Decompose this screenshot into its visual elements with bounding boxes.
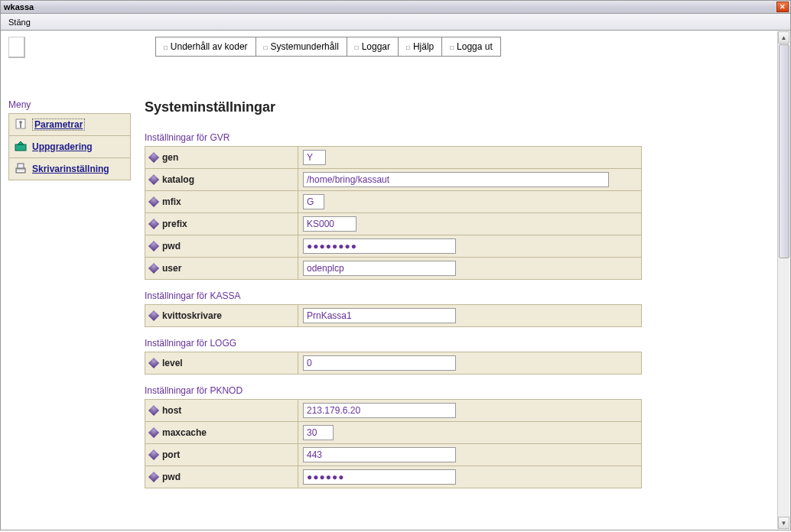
pwd-input[interactable] [303, 469, 456, 485]
sidebar-item-skrivarinställning[interactable]: Skrivarinställning [8, 158, 131, 180]
value-cell [298, 444, 642, 466]
form-table: kvittoskrivare [145, 304, 642, 327]
value-cell [298, 352, 642, 375]
diamond-icon [148, 263, 159, 274]
table-row: host [145, 400, 642, 422]
bullet-icon: □ [450, 44, 454, 51]
value-cell [298, 147, 642, 169]
topnav-label: Loggar [362, 41, 390, 52]
sidebar-item-uppgradering[interactable]: Uppgradering [8, 136, 131, 158]
bullet-icon: □ [164, 44, 168, 51]
katalog-input[interactable] [303, 172, 609, 187]
field-label: port [162, 449, 180, 460]
topnav-item-4[interactable]: □Logga ut [442, 37, 501, 57]
close-icon[interactable]: ✕ [776, 2, 789, 12]
sidebar-item-parametrar[interactable]: Parametrar [8, 113, 131, 136]
svg-rect-5 [18, 164, 24, 168]
diamond-icon [148, 241, 159, 251]
field-label: level [162, 358, 183, 368]
diamond-icon [148, 310, 159, 321]
table-row: katalog [145, 169, 642, 191]
titlebar: wkassa ✕ [0, 0, 791, 14]
diamond-icon [148, 219, 159, 229]
page: Systeminställningar Inställningar för GV… [145, 99, 786, 488]
value-cell [298, 235, 642, 258]
prefix-input[interactable] [303, 216, 356, 232]
svg-rect-6 [17, 170, 24, 172]
sidebar-icon [14, 118, 28, 131]
value-cell [298, 258, 642, 280]
diamond-icon [148, 427, 159, 438]
label-cell: kvittoskrivare [145, 305, 298, 327]
sidebar-item-label: Parametrar [32, 118, 85, 131]
topnav-item-2[interactable]: □Loggar [347, 37, 398, 57]
table-row: port [145, 444, 642, 466]
field-label: pwd [162, 472, 181, 482]
top-strip: □Underhåll av koder□Systemunderhåll□Logg… [1, 31, 790, 58]
sidebar: Meny ParametrarUppgraderingSkrivarinstäl… [8, 99, 131, 180]
table-row: pwd [145, 235, 642, 258]
field-label: prefix [162, 219, 187, 229]
level-input[interactable] [303, 355, 456, 371]
top-nav: □Underhåll av koder□Systemunderhåll□Logg… [155, 37, 501, 57]
field-label: kvittoskrivare [162, 310, 222, 321]
sidebar-icon [14, 140, 28, 154]
topnav-label: Systemunderhåll [270, 41, 338, 52]
page-title: Systeminställningar [145, 99, 786, 115]
sidebar-title: Meny [8, 99, 131, 110]
label-cell: gen [145, 147, 298, 169]
window-title: wkassa [4, 2, 34, 11]
scrollbar[interactable]: ▲ ▼ [777, 31, 789, 529]
diamond-icon [148, 196, 159, 207]
gen-input[interactable] [303, 150, 326, 165]
port-input[interactable] [303, 447, 456, 462]
svg-rect-3 [15, 144, 26, 151]
section-title: Inställningar för LOGG [145, 338, 786, 349]
topnav-label: Logga ut [457, 41, 493, 52]
table-row: prefix [145, 213, 642, 235]
section-title: Inställningar för KASSA [145, 290, 786, 301]
mfix-input[interactable] [303, 194, 324, 209]
table-row: level [145, 352, 642, 375]
diamond-icon [148, 358, 159, 368]
label-cell: maxcache [145, 422, 298, 444]
table-row: kvittoskrivare [145, 305, 642, 327]
menu-close[interactable]: Stäng [4, 16, 35, 28]
field-label: katalog [162, 174, 194, 185]
topnav-label: Underhåll av koder [171, 41, 248, 52]
table-row: mfix [145, 191, 642, 213]
field-label: pwd [162, 241, 181, 251]
value-cell [298, 213, 642, 235]
field-label: gen [162, 152, 178, 163]
scroll-thumb[interactable] [779, 44, 789, 258]
host-input[interactable] [303, 403, 456, 418]
scroll-up-icon[interactable]: ▲ [778, 31, 789, 44]
sidebar-item-label: Uppgradering [32, 141, 93, 152]
bullet-icon: □ [355, 44, 359, 51]
user-input[interactable] [303, 261, 456, 276]
diamond-icon [148, 472, 159, 482]
sidebar-icon [14, 162, 28, 176]
table-row: user [145, 258, 642, 280]
maxcache-input[interactable] [303, 425, 334, 440]
kvittoskrivare-input[interactable] [303, 308, 456, 323]
value-cell [298, 169, 642, 191]
label-cell: host [145, 400, 298, 422]
value-cell [298, 422, 642, 444]
topnav-item-3[interactable]: □Hjälp [399, 37, 442, 57]
label-cell: prefix [145, 213, 298, 235]
table-row: maxcache [145, 422, 642, 444]
bullet-icon: □ [264, 44, 268, 51]
pwd-input[interactable] [303, 238, 456, 254]
diamond-icon [148, 152, 159, 163]
scroll-down-icon[interactable]: ▼ [778, 517, 789, 529]
value-cell [298, 305, 642, 327]
form-table: hostmaxcacheportpwd [145, 399, 642, 488]
topnav-item-1[interactable]: □Systemunderhåll [256, 37, 347, 57]
sidebar-item-label: Skrivarinställning [32, 164, 109, 174]
topnav-item-0[interactable]: □Underhåll av koder [156, 37, 256, 57]
field-label: mfix [162, 196, 181, 207]
section-title: Inställningar för GVR [145, 132, 786, 143]
content-area: □Underhåll av koder□Systemunderhåll□Logg… [0, 31, 791, 530]
form-table: genkatalogmfixprefixpwduser [145, 146, 642, 280]
